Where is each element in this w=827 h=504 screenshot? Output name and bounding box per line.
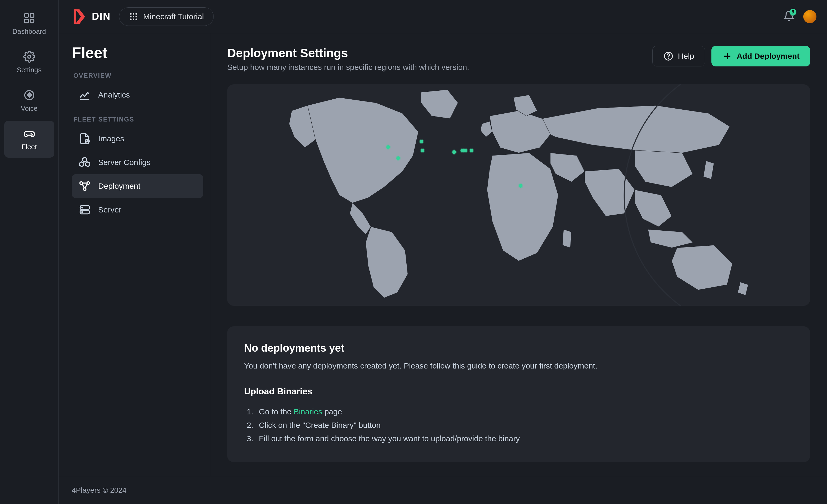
svg-rect-16 bbox=[136, 16, 137, 17]
svg-rect-13 bbox=[136, 13, 137, 14]
add-deployment-button[interactable]: Add Deployment bbox=[712, 46, 810, 66]
footer-text: 4Players © 2024 bbox=[72, 486, 127, 495]
server-icon bbox=[79, 204, 91, 216]
nav-images[interactable]: Images bbox=[72, 127, 203, 151]
upload-binaries-heading: Upload Binaries bbox=[244, 386, 793, 396]
world-map-svg bbox=[227, 85, 810, 306]
rail-voice[interactable]: Voice bbox=[4, 82, 54, 119]
svg-point-31 bbox=[668, 58, 669, 59]
svg-point-8 bbox=[31, 133, 32, 134]
gear-icon bbox=[23, 51, 35, 63]
svg-rect-17 bbox=[130, 18, 132, 20]
rail-fleet-label: Fleet bbox=[21, 143, 37, 151]
content-title: Deployment Settings bbox=[227, 46, 646, 60]
map-location-dot bbox=[396, 156, 400, 160]
guide-step-1: Go to the Binaries page bbox=[244, 405, 793, 418]
map-location-dot bbox=[519, 184, 523, 188]
notification-badge: 9 bbox=[789, 9, 796, 15]
nav-deployment[interactable]: Deployment bbox=[72, 174, 203, 198]
svg-point-29 bbox=[82, 212, 83, 213]
nav-server-configs[interactable]: Server Configs bbox=[72, 151, 203, 174]
file-plus-icon bbox=[79, 132, 91, 145]
map-location-dot bbox=[386, 145, 390, 149]
add-deployment-label: Add Deployment bbox=[737, 52, 799, 61]
svg-rect-15 bbox=[133, 16, 134, 17]
section-overview: OVERVIEW bbox=[74, 72, 203, 79]
nav-deployment-label: Deployment bbox=[98, 182, 140, 190]
voice-icon bbox=[23, 89, 35, 101]
boxes-icon bbox=[79, 156, 91, 168]
nav-server[interactable]: Server bbox=[72, 198, 203, 222]
section-fleet-settings: FLEET SETTINGS bbox=[74, 116, 203, 123]
empty-description: You don't have any deployments created y… bbox=[244, 361, 793, 370]
svg-rect-12 bbox=[133, 13, 134, 14]
app-name: Minecraft Tutorial bbox=[143, 12, 204, 21]
nav-rail: Dashboard Settings Voice Fleet bbox=[0, 0, 59, 504]
guide-step-3: Fill out the form and choose the way you… bbox=[244, 432, 793, 445]
rail-settings-label: Settings bbox=[17, 66, 42, 74]
sidebar: Fleet OVERVIEW Analytics FLEET SETTINGS … bbox=[59, 33, 210, 476]
empty-state-card: No deployments yet You don't have any de… bbox=[227, 326, 810, 462]
svg-point-28 bbox=[82, 207, 83, 208]
footer: 4Players © 2024 bbox=[59, 476, 827, 504]
svg-point-25 bbox=[83, 188, 86, 190]
rail-voice-label: Voice bbox=[21, 104, 38, 113]
page-title: Fleet bbox=[72, 44, 203, 61]
binaries-link[interactable]: Binaries bbox=[294, 407, 322, 416]
svg-rect-10 bbox=[74, 9, 76, 24]
rail-settings[interactable]: Settings bbox=[4, 44, 54, 81]
rail-dashboard[interactable]: Dashboard bbox=[4, 5, 54, 42]
map-location-dot bbox=[470, 149, 473, 152]
svg-point-9 bbox=[32, 134, 33, 135]
empty-title: No deployments yet bbox=[244, 342, 793, 354]
nav-server-label: Server bbox=[98, 205, 121, 214]
plus-icon bbox=[722, 51, 733, 61]
brand-logo[interactable]: DIN bbox=[71, 7, 110, 26]
dashboard-icon bbox=[23, 12, 35, 24]
nav-analytics[interactable]: Analytics bbox=[72, 83, 203, 107]
svg-point-4 bbox=[28, 55, 31, 58]
content-subtitle: Setup how many instances run in specific… bbox=[227, 63, 646, 72]
map-location-dot bbox=[420, 140, 423, 144]
nav-server-configs-label: Server Configs bbox=[98, 158, 150, 167]
svg-rect-11 bbox=[130, 13, 132, 14]
svg-rect-3 bbox=[30, 19, 34, 22]
map-location-dot bbox=[421, 149, 424, 152]
world-map bbox=[227, 85, 810, 306]
brand-text: DIN bbox=[92, 11, 110, 22]
help-label: Help bbox=[678, 52, 694, 61]
content-area[interactable]: Deployment Settings Setup how many insta… bbox=[210, 33, 827, 476]
svg-rect-14 bbox=[130, 16, 132, 17]
map-location-dot bbox=[464, 149, 467, 152]
gamepad-icon bbox=[23, 127, 35, 140]
svg-rect-18 bbox=[133, 18, 134, 20]
svg-rect-1 bbox=[30, 13, 34, 17]
analytics-icon bbox=[79, 89, 91, 101]
grid-icon bbox=[129, 12, 138, 21]
avatar[interactable] bbox=[803, 10, 817, 23]
guide-step-2: Click on the "Create Binary" button bbox=[244, 418, 793, 432]
app-switcher[interactable]: Minecraft Tutorial bbox=[119, 7, 213, 26]
guide-steps: Go to the Binaries page Click on the "Cr… bbox=[244, 405, 793, 445]
rail-dashboard-label: Dashboard bbox=[12, 27, 46, 36]
help-button[interactable]: Help bbox=[652, 46, 705, 66]
svg-rect-19 bbox=[136, 18, 137, 20]
nav-analytics-label: Analytics bbox=[98, 91, 130, 99]
help-icon bbox=[663, 51, 674, 61]
map-location-dot bbox=[452, 150, 456, 154]
logo-icon bbox=[71, 7, 91, 26]
svg-rect-0 bbox=[25, 13, 28, 17]
topbar: DIN Minecraft Tutorial 9 bbox=[59, 0, 827, 33]
nav-images-label: Images bbox=[98, 134, 124, 143]
notifications-button[interactable]: 9 bbox=[783, 10, 795, 23]
svg-rect-2 bbox=[25, 19, 28, 22]
network-icon bbox=[79, 180, 91, 192]
rail-fleet[interactable]: Fleet bbox=[4, 121, 54, 158]
